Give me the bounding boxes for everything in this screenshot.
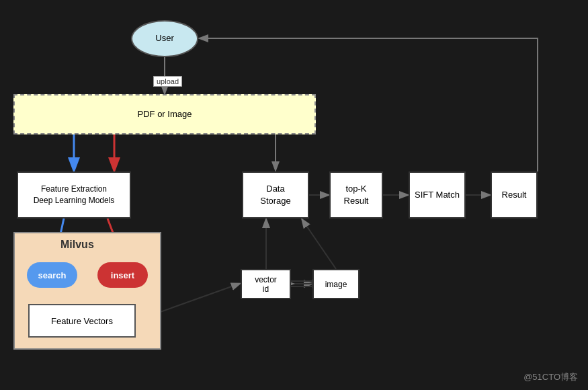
topk-node: top-KResult	[329, 171, 383, 219]
data-storage-label: DataStorage	[260, 183, 291, 207]
image-node: image	[312, 269, 360, 299]
feature-vectors-label: Feature Vectors	[51, 316, 113, 326]
vector-id-label: vectorid	[255, 275, 277, 294]
svg-line-18	[302, 220, 336, 269]
insert-button[interactable]: insert	[97, 262, 148, 288]
user-node: User	[131, 20, 198, 57]
vector-id-node: vectorid	[241, 269, 291, 299]
topk-label: top-KResult	[344, 183, 369, 207]
pdf-image-node: PDF or Image	[13, 94, 316, 134]
diagram: User upload PDF or Image Feature Extract…	[0, 0, 588, 390]
feature-vectors-node: Feature Vectors	[28, 304, 136, 338]
pdf-label: PDF or Image	[138, 108, 192, 120]
result-label: Result	[502, 189, 527, 201]
image-label: image	[325, 280, 347, 289]
sift-match-node: SIFT Match	[409, 171, 466, 219]
data-storage-node: DataStorage	[242, 171, 309, 219]
search-button[interactable]: search	[27, 262, 77, 288]
result-node: Result	[491, 171, 538, 219]
feature-label: Feature ExtractionDeep Learning Models	[34, 184, 115, 206]
upload-label: upload	[153, 76, 182, 87]
user-label: User	[155, 32, 173, 44]
watermark: @51CTO博客	[523, 371, 578, 383]
sift-label: SIFT Match	[415, 189, 460, 201]
milvus-label: Milvus	[60, 239, 94, 251]
feature-extraction-node: Feature ExtractionDeep Learning Models	[17, 171, 131, 219]
